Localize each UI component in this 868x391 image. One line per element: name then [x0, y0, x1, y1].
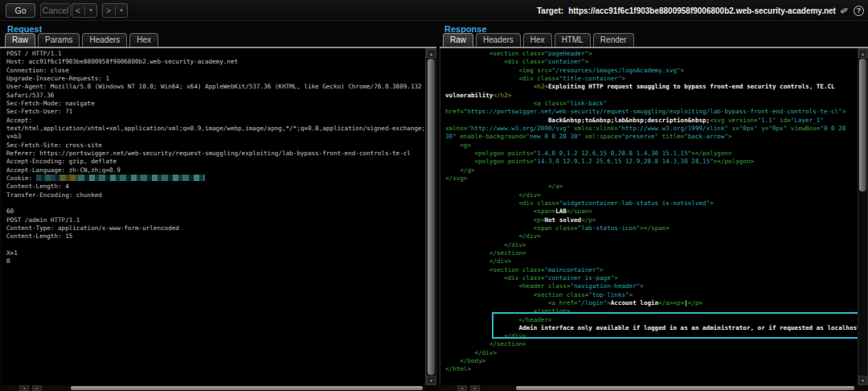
request-horizontal-scrollbar[interactable]: ◄ ►: [2, 385, 426, 391]
response-line: Admin interface only available if logged…: [445, 324, 858, 332]
request-line: Safari/537.36: [6, 92, 425, 100]
response-tab-headers[interactable]: Headers: [476, 33, 521, 47]
response-line: <div class="container is-page">: [445, 274, 858, 282]
response-line: <header class="navigation-header">: [445, 282, 858, 290]
response-line: </g>: [445, 167, 858, 175]
response-line: </div>: [445, 257, 858, 265]
request-line: User-Agent: Mozilla/5.0 (Windows NT 10.0…: [6, 83, 425, 91]
scroll-left-arrow-icon[interactable]: ◄: [19, 385, 29, 391]
back-history-button[interactable]: < ▼: [72, 3, 97, 18]
help-icon[interactable]: ?: [854, 6, 864, 16]
scroll-up-arrow-icon[interactable]: ▲: [427, 49, 436, 58]
scrollbar-thumb[interactable]: [71, 386, 423, 390]
chevron-down-icon[interactable]: ▼: [119, 4, 124, 17]
edit-target-icon[interactable]: ✎: [838, 5, 851, 15]
request-line: Connection: close: [6, 67, 425, 75]
response-line: </svg>: [445, 175, 858, 183]
request-tab-params[interactable]: Params: [38, 33, 80, 47]
request-line: Referer: https://portswigger.net/web-sec…: [6, 150, 425, 158]
target-bar: Target: https://acc91f6c1f903be8800958f9…: [537, 0, 864, 21]
button-divider: [84, 6, 85, 15]
chevron-down-icon[interactable]: ▼: [88, 4, 93, 17]
request-line: Sec-Fetch-Mode: navigate: [6, 100, 425, 108]
response-line: <section class="pageHeader">: [445, 50, 858, 58]
forward-history-button[interactable]: > ▼: [102, 3, 128, 18]
request-line: POST /admin HTTP/1.1: [6, 216, 425, 224]
back-arrow-label: <: [76, 4, 80, 17]
response-line: <a href="/login">Account login</a><p>|</…: [445, 299, 858, 307]
scroll-down-arrow-icon[interactable]: ▼: [427, 376, 436, 385]
scrollbar-thumb[interactable]: [428, 59, 435, 375]
scroll-right-arrow-icon[interactable]: ►: [470, 385, 480, 391]
request-tab-hex[interactable]: Hex: [129, 33, 158, 47]
go-button[interactable]: Go: [6, 3, 35, 18]
scroll-down-arrow-icon[interactable]: ▼: [858, 376, 867, 385]
response-line: </section>: [445, 340, 858, 348]
response-viewer[interactable]: <section class="pageHeader"> <div class=…: [440, 48, 858, 385]
response-tab-raw[interactable]: Raw: [443, 33, 473, 47]
response-line: </div>: [445, 191, 858, 200]
response-tabs: RawHeadersHexHTMLRender: [443, 33, 637, 47]
request-line: Accept-Language: zh-CN,zh;q=0.9: [6, 167, 425, 175]
response-tab-hex[interactable]: Hex: [523, 33, 552, 47]
scroll-up-arrow-icon[interactable]: ▲: [858, 49, 867, 58]
request-tab-raw[interactable]: Raw: [5, 33, 35, 47]
response-line: <p>Not solved</p>: [445, 216, 858, 224]
request-line: Cookie:: [6, 175, 425, 183]
response-line: </div>: [445, 241, 858, 249]
response-line: <h2>Exploiting HTTP request smuggling to…: [445, 83, 858, 91]
request-line: Host: acc91f6c1f903be8800958f9006800b2.w…: [6, 58, 425, 66]
response-line: </div>: [445, 332, 858, 340]
request-line: [6, 200, 425, 208]
redacted-cookie-value: [36, 175, 60, 181]
redacted-cookie-value: [60, 175, 78, 181]
cancel-button[interactable]: Cancel: [40, 3, 71, 18]
response-line: </a>: [445, 183, 858, 191]
response-line: <section class="maincontainer">: [445, 266, 858, 274]
burp-repeater-window: Go Cancel < ▼ > ▼ Target: https://acc91f…: [0, 0, 868, 391]
response-tab-render[interactable]: Render: [593, 33, 634, 47]
response-line: <span class="lab-status-icon"></span>: [445, 224, 858, 233]
target-label: Target:: [537, 6, 563, 15]
response-line: href="https://portswigger.net/web-securi…: [445, 108, 858, 116]
scroll-right-arrow-icon[interactable]: ►: [32, 385, 42, 391]
forward-arrow-label: >: [106, 4, 111, 17]
request-line: Upgrade-Insecure-Requests: 1: [6, 75, 425, 83]
request-editor[interactable]: POST / HTTP/1.1Host: acc91f6c1f903be8800…: [2, 48, 426, 385]
response-line: <span>LAB</span>: [445, 208, 858, 216]
request-vertical-scrollbar[interactable]: ▲ ▼: [426, 48, 436, 385]
response-line: <section class="top-links">: [445, 291, 858, 299]
response-line: <polygon points="1.4,0 0,1.2 12.6,15 0,2…: [445, 150, 858, 158]
scroll-left-arrow-icon[interactable]: ◄: [457, 385, 467, 391]
scrollbar-thumb[interactable]: [859, 59, 866, 191]
request-line: 0: [6, 257, 425, 265]
response-line: <img src="/resources/images/logoAcademy.…: [445, 67, 858, 75]
response-vertical-scrollbar[interactable]: ▲ ▼: [858, 48, 868, 385]
response-line: </section>: [445, 307, 858, 315]
response-line: 30" enable-background="new 0 0 28 30" xm…: [445, 133, 858, 141]
request-line: Sec-Fetch-User: ?1: [6, 108, 425, 116]
request-tab-headers[interactable]: Headers: [82, 33, 127, 47]
request-line: Accept:: [6, 117, 425, 125]
request-tabs: RawParamsHeadersHex: [5, 33, 161, 47]
response-line: <div class="title-container">: [445, 75, 858, 83]
request-line: Sec-Fetch-Site: cross-site: [6, 142, 425, 150]
response-line: </body>: [445, 357, 858, 365]
request-line: Transfer-Encoding: chunked: [6, 191, 425, 200]
request-line: Content-Type: application/x-www-form-url…: [6, 224, 425, 233]
response-horizontal-scrollbar[interactable]: ◄ ►: [440, 385, 858, 391]
scrollbar-thumb[interactable]: [516, 386, 854, 390]
response-line: <a class="link-back": [445, 100, 858, 108]
response-line: xmlns="http://www.w3.org/2000/svg" xmlns…: [445, 125, 858, 133]
response-line: Back&nbsp;to&nbsp;lab&nbsp;description&n…: [445, 117, 858, 125]
response-line: </html>: [445, 365, 858, 373]
response-line: <div class="widgetcontainer-lab-status i…: [445, 200, 858, 208]
response-line: vulnerability</h2>: [445, 92, 858, 100]
request-line: [6, 241, 425, 249]
response-tab-html[interactable]: HTML: [555, 33, 591, 47]
response-line: <div class="container">: [445, 58, 858, 66]
response-line: <g>: [445, 142, 858, 150]
request-line: POST / HTTP/1.1: [6, 50, 425, 58]
request-line: X=1: [6, 249, 425, 257]
response-line: <polygon points="14.3,0 12.9,1.2 25.6,15…: [445, 158, 858, 166]
